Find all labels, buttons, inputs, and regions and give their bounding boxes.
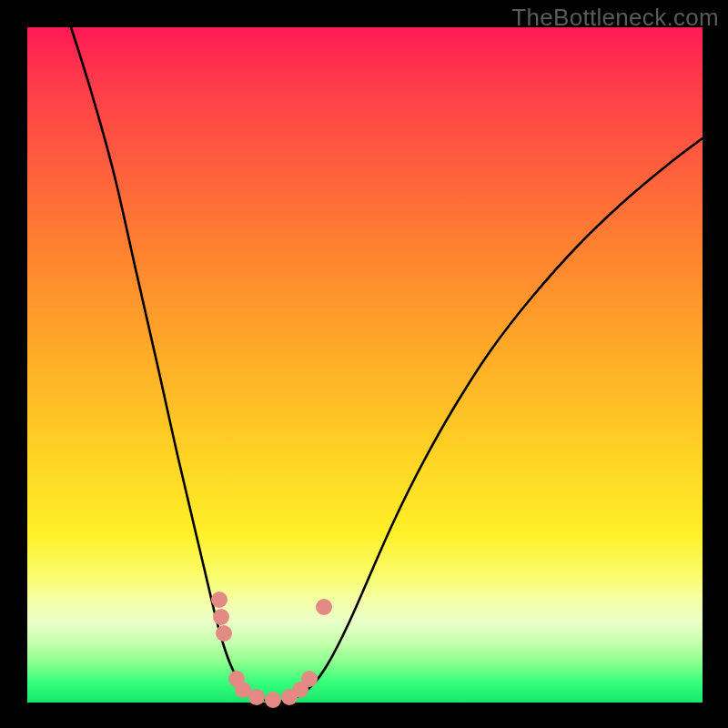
marker-dot [211, 592, 228, 608]
marker-dot [265, 692, 281, 708]
marker-dot [213, 609, 229, 625]
marker-dot [316, 599, 332, 615]
marker-dot [301, 671, 318, 687]
curve-svg [27, 27, 703, 703]
marker-cluster [211, 592, 332, 708]
marker-dot [248, 689, 265, 705]
chart-frame: TheBottleneck.com [0, 0, 728, 728]
plot-area [27, 27, 703, 703]
bottleneck-curve [71, 27, 703, 702]
marker-dot [216, 625, 232, 642]
